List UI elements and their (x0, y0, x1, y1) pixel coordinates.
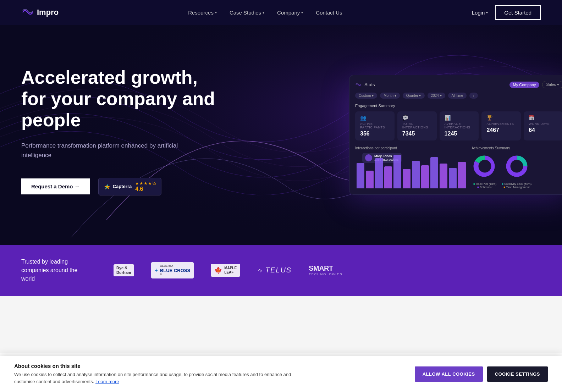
star-rating: ★★★★½ (135, 181, 156, 186)
logo-blue-cross: + ALBERTA BLUE CROSS ® (151, 262, 194, 278)
bar-12 (458, 162, 466, 188)
logo-text: Impro (37, 8, 59, 17)
svg-point-5 (510, 160, 523, 173)
hero-subtitle: Performance transformation platform enha… (21, 141, 192, 160)
pie-creativity: ■ Creativity 1233 (50%) ■ Time Managemen… (502, 153, 531, 189)
pie-chart-2 (503, 153, 530, 180)
logo-maple-leaf: 🍁 MAPLE LEAF (211, 264, 240, 277)
pie-chart-section: Achievements Summary (472, 146, 562, 189)
nav-case-studies[interactable]: Case Studies ▾ (230, 10, 264, 16)
stat-active-participants: 👥 ACTIVE PARTICIPANTS 356 (355, 111, 395, 140)
stat-total-interactions: 💬 TOTAL INTERACTIONS 7345 (397, 111, 437, 140)
company-badge: My Company (509, 82, 540, 88)
get-started-button[interactable]: Get Started (495, 5, 541, 20)
engagement-summary-title: Engagement Summary (355, 104, 562, 108)
chevron-down-icon: ▾ (486, 11, 488, 15)
pie-charts: ■ Habit 785 (18%) ■ Behaviour (472, 153, 562, 189)
capterra-logo: Capterra (104, 183, 132, 190)
hero-actions: Request a Demo → Capterra ★★★★½ 4.6 (21, 178, 227, 195)
bar-10 (440, 164, 447, 188)
capterra-badge[interactable]: Capterra ★★★★½ 4.6 (98, 178, 161, 195)
nav-company[interactable]: Company ▾ (277, 10, 303, 16)
nav-right: Login ▾ Get Started (472, 5, 541, 20)
stat-average-interactions: 📊 AVERAGE INTERACTIONS 1245 (440, 111, 479, 140)
bar-5 (393, 155, 401, 188)
nav-links: Resources ▾ Case Studies ▾ Company ▾ Con… (188, 10, 342, 16)
bar-8 (421, 165, 429, 188)
charts-row: Interactions per participant Mary Jones … (355, 146, 562, 189)
dash-header: Stats My Company Sales ▾ (355, 81, 562, 88)
capterra-icon (104, 183, 111, 190)
pie-habit: ■ Habit 785 (18%) ■ Behaviour (472, 153, 498, 189)
logo-telus: ∿ TELUS (257, 266, 292, 274)
nav-contact[interactable]: Contact Us (316, 10, 342, 16)
bar-9 (430, 157, 438, 188)
logo-icon (21, 6, 34, 19)
bar-3 (375, 158, 383, 188)
login-button[interactable]: Login ▾ (472, 10, 488, 16)
pie-label-2: ■ Creativity 1233 (50%) ■ Time Managemen… (502, 182, 531, 189)
sales-badge: Sales ▾ (542, 81, 562, 88)
dashboard-screenshot: Stats My Company Sales ▾ Custom ▾ Month … (349, 75, 562, 195)
pie-chart-1 (472, 153, 498, 180)
bar-7 (412, 161, 420, 188)
bar-1 (357, 163, 364, 188)
trusted-text: Trusted by leading companies around the … (21, 258, 92, 283)
dashboard-card: Stats My Company Sales ▾ Custom ▾ Month … (349, 75, 562, 195)
white-section (0, 296, 562, 353)
bar-11 (449, 168, 457, 188)
chevron-down-icon: ▾ (215, 11, 217, 15)
trusted-section: Trusted by leading companies around the … (0, 245, 562, 296)
stats-row: 👥 ACTIVE PARTICIPANTS 356 💬 TOTAL INTERA… (355, 111, 562, 140)
demo-button[interactable]: Request a Demo → (21, 178, 90, 194)
pie-label-1: ■ Habit 785 (18%) ■ Behaviour (472, 182, 498, 189)
hero-content: Accelerated growth, for your company and… (21, 67, 227, 195)
navbar: Impro Resources ▾ Case Studies ▾ Company… (0, 0, 562, 25)
chevron-down-icon: ▾ (301, 11, 303, 15)
hero-title: Accelerated growth, for your company and… (21, 67, 227, 131)
hero-section: Accelerated growth, for your company and… (0, 25, 562, 245)
rating-value: 4.6 (135, 186, 156, 192)
bar-6 (403, 169, 411, 188)
stat-work-days: 📅 WORK DAYS 64 (524, 111, 562, 140)
avatar (365, 154, 372, 161)
logo-dye-durham: Dye & Durham (114, 264, 134, 276)
dash-title: Stats (364, 82, 375, 87)
dash-logo-icon (355, 82, 362, 88)
chevron-down-icon: ▾ (263, 11, 264, 15)
stat-achievements: 🏆 ACHIEVEMENTS 2467 (481, 111, 521, 140)
nav-resources[interactable]: Resources ▾ (188, 10, 217, 16)
dash-filters: Custom ▾ Month ▾ Quarter ▾ 2024 ▾ All ti… (355, 93, 562, 99)
svg-point-3 (479, 160, 491, 173)
bar-chart-section: Interactions per participant Mary Jones … (355, 146, 467, 189)
trusted-logos: Dye & Durham + ALBERTA BLUE CROSS ® 🍁 MA… (114, 262, 541, 278)
bar-chart: Mary Jones 1365 interactions (355, 153, 467, 188)
logo[interactable]: Impro (21, 6, 59, 19)
bar-2 (366, 171, 374, 188)
bar-4 (384, 166, 392, 188)
logo-smart: SMART Technologies (309, 264, 343, 276)
